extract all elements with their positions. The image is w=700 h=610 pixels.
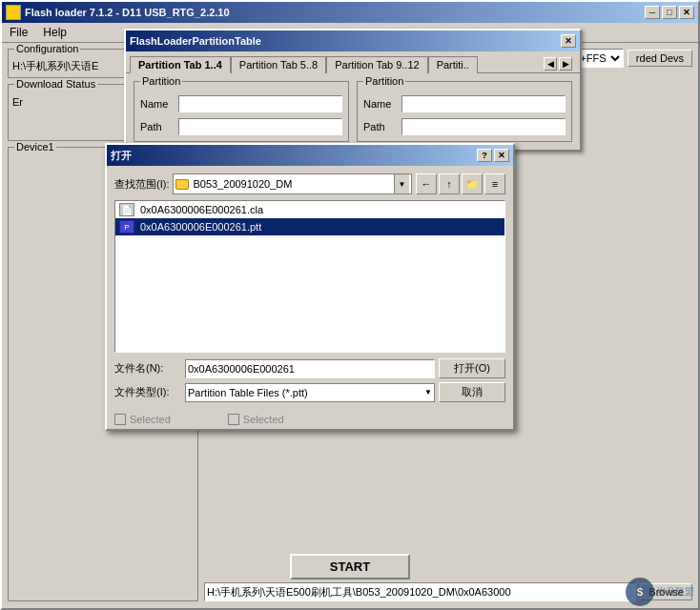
maximize-button[interactable]: □	[662, 6, 677, 19]
partition-close-button[interactable]: ✕	[561, 34, 576, 48]
back-button[interactable]: ←	[416, 173, 437, 194]
browse-row: Browse	[204, 582, 692, 601]
partition-name-label-2: Name	[363, 98, 398, 110]
file-list[interactable]: 📄 0x0A6300006E000261.cla P 0x0A6300006E0…	[114, 200, 505, 353]
location-label: 查找范围(I):	[114, 177, 169, 192]
partition-name-row-2: Name	[363, 95, 566, 112]
open-dialog-close-button[interactable]: ✕	[494, 149, 509, 162]
partition-name-label-1: Name	[140, 98, 175, 110]
partition-name-input-2[interactable]	[401, 95, 566, 112]
open-dialog-body: 查找范围(I): B053_20091020_DM ▼ ← ↑ 📁 ≡	[107, 166, 513, 410]
watermark-text: 岁月联盟	[656, 585, 694, 599]
watermark-logo: S	[626, 578, 654, 606]
partition-title: FlashLoaderPartitionTable	[130, 35, 561, 47]
checkbox-label-1: Selected	[130, 414, 171, 425]
close-button[interactable]: ✕	[679, 6, 694, 19]
path-input[interactable]	[204, 582, 636, 601]
partition-name-row-1: Name	[140, 95, 342, 112]
checkbox-selected-1: Selected	[114, 414, 171, 425]
configuration-label: Configuration	[14, 43, 80, 54]
tab-partition-5-8[interactable]: Partition Tab 5..8	[231, 56, 326, 73]
partition-path-label-1: Path	[140, 121, 175, 132]
partition-path-label-2: Path	[363, 121, 398, 132]
open-button[interactable]: 打开(O)	[439, 358, 505, 378]
checkbox-box-2[interactable]	[228, 414, 239, 425]
partition-group-2: Partition Name Path	[357, 81, 572, 142]
filename-row: 文件名(N): 打开(O)	[114, 358, 505, 378]
up-button[interactable]: ↑	[439, 173, 460, 194]
file-icon-cla: 📄	[119, 203, 134, 216]
file-item-cla[interactable]: 📄 0x0A6300006E000261.cla	[115, 201, 504, 218]
partition-name-input-1[interactable]	[178, 95, 342, 112]
partition-path-row-2: Path	[363, 118, 566, 135]
file-name-cla: 0x0A6300006E000261.cla	[140, 204, 263, 215]
open-dialog-help-button[interactable]: ?	[477, 149, 492, 162]
dialog-bottom: 文件名(N): 打开(O) 文件类型(I): Partition Table F…	[114, 358, 505, 402]
partition-group-2-label: Partition	[363, 75, 405, 87]
filename-input[interactable]	[185, 359, 435, 378]
new-folder-icon: 📁	[465, 178, 479, 191]
open-dialog: 打开 ? ✕ 查找范围(I): B053_20091020_DM ▼ ← ↑ 📁	[105, 143, 515, 431]
open-dialog-title: 打开	[111, 149, 477, 163]
location-combo[interactable]: B053_20091020_DM ▼	[173, 173, 412, 194]
app-icon: ⚡	[6, 5, 21, 20]
partition-title-bar: FlashLoaderPartitionTable ✕	[126, 30, 580, 51]
file-icon-ptt: P	[119, 220, 134, 234]
filetype-label: 文件类型(I):	[114, 385, 181, 399]
cancel-button[interactable]: 取消	[439, 382, 505, 402]
file-menu[interactable]: File	[6, 25, 31, 40]
location-value: B053_20091020_DM	[193, 178, 292, 190]
partition-path-input-2[interactable]	[401, 118, 566, 135]
download-status-label: Download Status	[14, 78, 97, 90]
partition-content: Partition Name Path Partition Name Path	[126, 73, 580, 150]
partition-tab-bar: Partition Tab 1..4 Partition Tab 5..8 Pa…	[126, 51, 580, 73]
partition-title-buttons: ✕	[561, 34, 576, 48]
partition-window: FlashLoaderPartitionTable ✕ Partition Ta…	[124, 29, 582, 152]
main-title: Flash loader 7.1.2 - D11 USB_RTG_2.2.10	[25, 7, 645, 18]
partition-group-1: Partition Name Path	[134, 81, 349, 142]
main-title-bar: ⚡ Flash loader 7.1.2 - D11 USB_RTG_2.2.1…	[2, 2, 698, 23]
open-dialog-title-buttons: ? ✕	[477, 149, 509, 162]
tab-prev-button[interactable]: ◀	[544, 57, 557, 71]
tab-navigation: ◀ ▶	[544, 55, 576, 72]
location-row: 查找范围(I): B053_20091020_DM ▼ ← ↑ 📁 ≡	[114, 173, 505, 194]
file-name-ptt: 0x0A6300006E000261.ptt	[140, 221, 261, 233]
tab-partition-9-12[interactable]: Partition Tab 9..12	[326, 56, 427, 73]
new-folder-button[interactable]: 📁	[462, 173, 483, 194]
open-dialog-title-bar: 打开 ? ✕	[107, 145, 513, 166]
help-menu[interactable]: Help	[39, 25, 71, 40]
tab-next-button[interactable]: ▶	[559, 57, 572, 71]
partition-path-row-1: Path	[140, 118, 342, 135]
start-bar: START	[2, 554, 698, 580]
file-item-ptt[interactable]: P 0x0A6300006E000261.ptt	[115, 218, 504, 235]
tab-partition-more[interactable]: Partiti..	[428, 56, 478, 73]
toolbar-row: ← ↑ 📁 ≡	[416, 173, 505, 194]
tab-partition-1-4[interactable]: Partition Tab 1..4	[130, 56, 231, 73]
partition-path-input-1[interactable]	[178, 118, 342, 135]
recorded-devs-button[interactable]: rded Devs	[628, 50, 692, 67]
filetype-arrow-icon: ▼	[424, 388, 432, 396]
device-label: Device1	[14, 141, 56, 152]
filetype-row: 文件类型(I): Partition Table Files (*.ptt) ▼…	[114, 382, 505, 402]
filename-label: 文件名(N):	[114, 361, 181, 376]
partition-group-1-label: Partition	[140, 75, 182, 87]
minimize-button[interactable]: ─	[645, 6, 660, 19]
checkbox-row: Selected Selected	[107, 410, 513, 429]
start-button[interactable]: START	[290, 554, 410, 580]
checkbox-selected-2: Selected	[228, 414, 284, 425]
title-bar-buttons: ─ □ ✕	[645, 6, 694, 19]
combo-arrow-icon: ▼	[394, 174, 409, 193]
filetype-select[interactable]: Partition Table Files (*.ptt) ▼	[185, 383, 435, 402]
watermark: S 岁月联盟	[626, 578, 694, 606]
checkbox-label-2: Selected	[243, 414, 284, 425]
folder-icon	[175, 179, 189, 190]
view-menu-button[interactable]: ≡	[484, 173, 505, 194]
checkbox-box-1[interactable]	[114, 414, 126, 425]
filetype-value: Partition Table Files (*.ptt)	[188, 387, 424, 398]
location-combo-inner: B053_20091020_DM	[175, 178, 394, 190]
